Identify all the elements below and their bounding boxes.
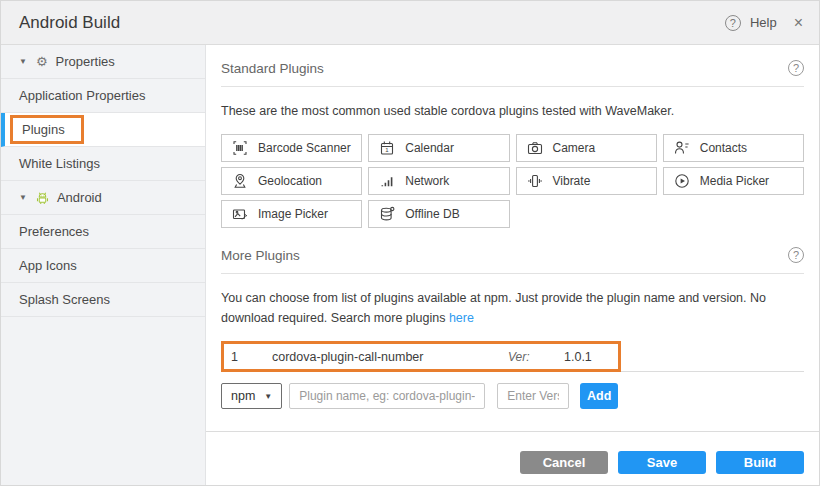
contacts-icon — [674, 140, 690, 156]
section-help-icon[interactable]: ? — [788, 60, 804, 76]
dialog-title: Android Build — [19, 13, 120, 33]
annotation-highlight-plugins: Plugins — [10, 115, 84, 144]
plugin-button-barcode-scanner[interactable]: Barcode Scanner — [221, 134, 362, 162]
image-picker-icon — [232, 206, 248, 222]
description-text: You can choose from list of plugins avai… — [221, 291, 766, 324]
android-build-dialog: Android Build ? Help × ▼ ⚙ Properties Ap… — [0, 0, 820, 486]
sidebar-item-plugins[interactable]: Plugins — [1, 113, 205, 147]
plugin-version-input[interactable] — [497, 383, 569, 409]
plugin-label: Vibrate — [553, 174, 591, 188]
plugin-label: Geolocation — [258, 174, 322, 188]
chevron-down-icon: ▼ — [264, 392, 272, 401]
plugin-button-media-picker[interactable]: Media Picker — [663, 167, 804, 195]
plugin-button-vibrate[interactable]: Vibrate — [516, 167, 657, 195]
plugin-row-version: 1.0.1 — [564, 350, 618, 364]
sidebar-item-preferences[interactable]: Preferences — [1, 215, 205, 249]
help-icon[interactable]: ? — [725, 15, 741, 31]
sidebar-item-label: White Listings — [19, 156, 100, 171]
svg-text:1: 1 — [386, 147, 390, 153]
plugin-source-value: npm — [231, 389, 255, 403]
plugin-row-index: 1 — [224, 350, 272, 364]
plugin-label: Image Picker — [258, 207, 328, 221]
sidebar: ▼ ⚙ Properties Application Properties Pl… — [1, 45, 206, 485]
search-plugins-link[interactable]: here — [449, 311, 474, 325]
annotation-highlight-plugin-row: 1 cordova-plugin-call-number Ver: 1.0.1 — [221, 341, 621, 372]
plugin-label: Calendar — [405, 141, 454, 155]
network-icon — [379, 173, 395, 189]
added-plugin-row: 1 cordova-plugin-call-number Ver: 1.0.1 — [221, 341, 804, 372]
more-plugins-description: You can choose from list of plugins avai… — [221, 289, 804, 328]
chevron-down-icon: ▼ — [19, 57, 27, 66]
sidebar-item-app-icons[interactable]: App Icons — [1, 249, 205, 283]
plugin-label: Barcode Scanner — [258, 141, 351, 155]
plugin-button-geolocation[interactable]: Geolocation — [221, 167, 362, 195]
close-icon[interactable]: × — [794, 14, 803, 32]
sidebar-item-label: Splash Screens — [19, 292, 110, 307]
plugin-name-input[interactable] — [289, 383, 485, 409]
sidebar-item-white-listings[interactable]: White Listings — [1, 147, 205, 181]
plugin-button-image-picker[interactable]: Image Picker — [221, 200, 362, 228]
plugin-row-version-label: Ver: — [508, 350, 564, 364]
geolocation-icon — [232, 173, 248, 189]
camera-icon — [527, 140, 543, 156]
gear-icon: ⚙ — [36, 54, 48, 69]
sidebar-item-label: App Icons — [19, 258, 77, 273]
standard-plugins-grid: Barcode Scanner 1 Calendar — [221, 134, 804, 228]
sidebar-group-android[interactable]: ▼ Android — [1, 181, 205, 215]
android-icon — [36, 191, 49, 205]
calendar-icon: 1 — [379, 140, 395, 156]
add-plugin-button[interactable]: Add — [580, 383, 618, 409]
chevron-down-icon: ▼ — [19, 193, 27, 202]
plugin-label: Camera — [553, 141, 596, 155]
sidebar-item-application-properties[interactable]: Application Properties — [1, 79, 205, 113]
section-title: More Plugins — [221, 248, 300, 263]
footer: Cancel Save Build — [206, 431, 819, 474]
sidebar-group-label: Properties — [56, 54, 115, 69]
add-plugin-form: npm ▼ Add — [221, 383, 804, 409]
sidebar-item-splash-screens[interactable]: Splash Screens — [1, 283, 205, 317]
plugin-label: Network — [405, 174, 449, 188]
plugin-source-select[interactable]: npm ▼ — [221, 383, 282, 409]
sidebar-item-label: Application Properties — [19, 88, 145, 103]
offline-db-icon — [379, 206, 395, 222]
plugin-button-calendar[interactable]: 1 Calendar — [368, 134, 509, 162]
barcode-scanner-icon — [232, 140, 248, 156]
more-plugins-header: More Plugins ? — [221, 245, 804, 274]
standard-plugins-description: These are the most common used stable co… — [221, 102, 804, 121]
save-button[interactable]: Save — [618, 451, 706, 474]
help-link[interactable]: Help — [750, 15, 777, 30]
main-content: Standard Plugins ? These are the most co… — [206, 45, 819, 485]
plugin-button-camera[interactable]: Camera — [516, 134, 657, 162]
sidebar-item-label: Plugins — [22, 122, 65, 137]
plugin-row-name: cordova-plugin-call-number — [272, 350, 508, 364]
plugin-label: Contacts — [700, 141, 747, 155]
vibrate-icon — [527, 173, 543, 189]
sidebar-item-label: Preferences — [19, 224, 89, 239]
plugin-button-contacts[interactable]: Contacts — [663, 134, 804, 162]
dialog-header: Android Build ? Help × — [1, 1, 819, 45]
sidebar-group-properties[interactable]: ▼ ⚙ Properties — [1, 45, 205, 79]
build-button[interactable]: Build — [716, 451, 804, 474]
media-picker-icon — [674, 173, 690, 189]
cancel-button[interactable]: Cancel — [520, 451, 608, 474]
section-help-icon[interactable]: ? — [788, 247, 804, 263]
plugin-label: Media Picker — [700, 174, 769, 188]
plugin-button-offline-db[interactable]: Offline DB — [368, 200, 509, 228]
standard-plugins-header: Standard Plugins ? — [221, 58, 804, 87]
plugin-label: Offline DB — [405, 207, 459, 221]
plugin-button-network[interactable]: Network — [368, 167, 509, 195]
section-title: Standard Plugins — [221, 61, 324, 76]
sidebar-group-label: Android — [57, 190, 102, 205]
